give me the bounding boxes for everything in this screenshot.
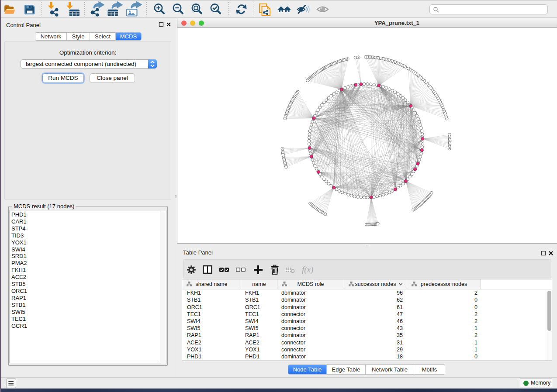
svg-text:f(x): f(x) bbox=[302, 265, 313, 275]
